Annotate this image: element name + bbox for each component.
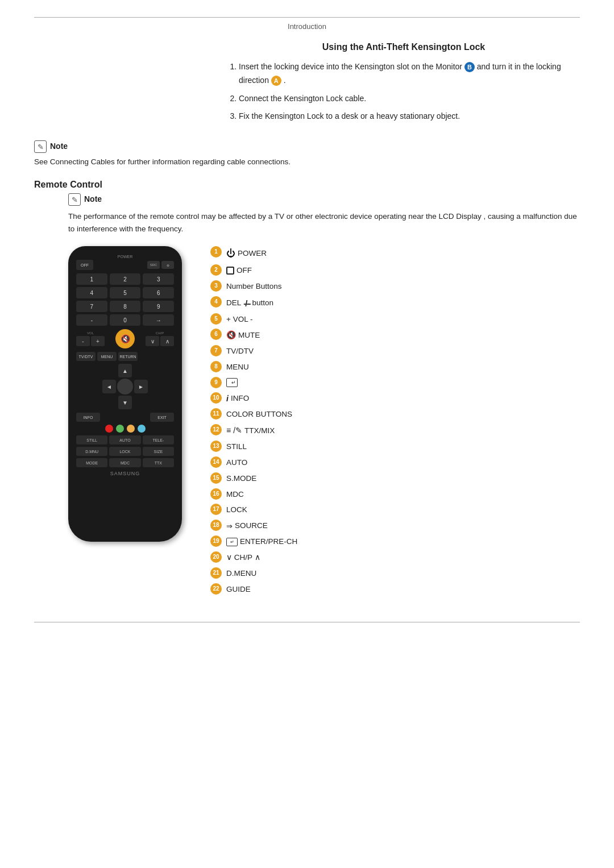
del-dash-icon: -/-- <box>243 297 250 309</box>
vol-minus[interactable]: - <box>76 336 90 346</box>
legend-item-8: 8 MENU <box>210 361 580 373</box>
color-btn-red[interactable] <box>105 425 113 433</box>
legend-item-22: 22 GUIDE <box>210 583 580 595</box>
legend-num-14: 14 <box>210 456 222 468</box>
legend-num-11: 11 <box>210 408 222 420</box>
legend-item-4: 4 DEL -/-- button <box>210 296 580 309</box>
legend-text-9: ↵ <box>226 377 238 387</box>
num-9[interactable]: 9 <box>143 301 174 312</box>
dpad-right[interactable]: ► <box>134 380 148 393</box>
legend-item-1: 1 ⏻ POWER <box>210 246 580 260</box>
small-btns-row2: D.MNU LOCK SIZE <box>76 447 174 456</box>
menu-btn[interactable]: MENU <box>97 352 117 361</box>
color-btn-green[interactable] <box>116 425 124 433</box>
lock-btn-remote[interactable]: LOCK <box>109 447 140 456</box>
remote-control-section: Remote Control ✎ Note The performance of… <box>34 180 580 599</box>
legend-text-14: AUTO <box>226 456 247 468</box>
num-2[interactable]: 2 <box>110 273 141 285</box>
legend-text-17: LOCK <box>226 504 247 516</box>
num-arrow[interactable]: → <box>143 314 174 326</box>
rc-note-icon: ✎ <box>68 193 81 206</box>
step1-text3: . <box>284 76 286 85</box>
legend-num-19: 19 <box>210 535 222 547</box>
legend-text-3: Number Buttons <box>226 280 282 292</box>
info-btn[interactable]: INFO <box>76 413 100 422</box>
legend-item-3: 3 Number Buttons <box>210 280 580 292</box>
legend-item-18: 18 ⇒ SOURCE <box>210 520 580 531</box>
source-btn2[interactable]: ⊕ <box>161 261 174 269</box>
legend-text-12: ≡ /✎ TTX/MIX <box>226 424 275 437</box>
remote-legend-container: POWER OFF SRC ⊕ <box>57 246 580 599</box>
step1-text1: Insert the locking device into the Kensi… <box>239 62 464 71</box>
legend-num-12: 12 <box>210 424 222 435</box>
info-i-icon: i <box>226 393 229 405</box>
mdc-btn-remote[interactable]: MDC <box>109 458 140 467</box>
badge-a: A <box>271 76 281 86</box>
legend-num-6: 6 <box>210 329 222 340</box>
source-btn-top[interactable]: SRC <box>147 261 160 269</box>
ch-up[interactable]: ∧ <box>160 336 174 346</box>
num-4[interactable]: 4 <box>76 287 107 298</box>
legend: 1 ⏻ POWER 2 OFF 3 Number Buttons <box>210 246 580 599</box>
mode-btn[interactable]: MODE <box>76 458 107 467</box>
num-1[interactable]: 1 <box>76 273 107 285</box>
dmenu-btn[interactable]: D.MNU <box>76 447 107 456</box>
legend-text-8: MENU <box>226 361 249 373</box>
legend-num-7: 7 <box>210 345 222 356</box>
dpad-container: ▲ ▼ ◄ ► <box>76 364 174 409</box>
dpad-left[interactable]: ◄ <box>102 380 116 393</box>
note1-icon: ✎ <box>34 140 47 153</box>
legend-text-21: D.MENU <box>226 567 256 579</box>
color-btn-blue[interactable] <box>138 425 146 433</box>
legend-num-17: 17 <box>210 504 222 515</box>
legend-item-7: 7 TV/DTV <box>210 345 580 357</box>
legend-text-18: ⇒ SOURCE <box>226 520 268 531</box>
legend-text-13: STILL <box>226 441 247 452</box>
anti-theft-section: Using the Anti-Theft Kensington Lock Ins… <box>227 42 580 123</box>
off-rect-icon <box>226 267 234 275</box>
still-btn[interactable]: STILL <box>76 435 107 445</box>
legend-text-19: ↵ ENTER/PRE-CH <box>226 535 297 547</box>
dpad-up[interactable]: ▲ <box>118 364 132 377</box>
tele-btn[interactable]: TELE- <box>143 435 174 445</box>
legend-item-10: 10 i INFO <box>210 392 580 405</box>
note1-label: Note <box>50 140 68 151</box>
ttx-icon: ≡ <box>226 425 231 437</box>
legend-text-7: TV/DTV <box>226 345 254 357</box>
num-0[interactable]: 0 <box>110 314 141 326</box>
bottom-rule <box>34 622 580 622</box>
auto-btn[interactable]: AUTO <box>109 435 140 445</box>
anti-theft-steps: Insert the locking device into the Kensi… <box>227 60 580 123</box>
vol-plus[interactable]: + <box>91 336 105 346</box>
legend-text-1: ⏻ POWER <box>226 246 267 260</box>
size-btn[interactable]: SIZE <box>143 447 174 456</box>
num-3[interactable]: 3 <box>143 273 174 285</box>
mix-icon: /✎ <box>233 425 242 437</box>
num-8[interactable]: 8 <box>110 301 141 312</box>
off-btn[interactable]: OFF <box>76 260 93 270</box>
section-label: Introduction <box>34 22 580 31</box>
ch-down[interactable]: ∨ <box>146 336 159 346</box>
num-del[interactable]: - <box>76 314 107 326</box>
num-5[interactable]: 5 <box>110 287 141 298</box>
return-icon: ↵ <box>226 378 238 387</box>
legend-num-21: 21 <box>210 567 222 579</box>
color-btn-yellow[interactable] <box>127 425 135 433</box>
return-btn[interactable]: RETURN <box>118 352 138 361</box>
legend-item-14: 14 AUTO <box>210 456 580 468</box>
ttx-btn[interactable]: TTX <box>143 458 174 467</box>
legend-text-22: GUIDE <box>226 583 251 595</box>
dpad-center[interactable] <box>117 379 133 394</box>
remote-image: POWER OFF SRC ⊕ <box>57 246 193 542</box>
dpad-down[interactable]: ▼ <box>118 396 132 409</box>
num-6[interactable]: 6 <box>143 287 174 298</box>
exit-btn[interactable]: EXIT <box>150 413 174 422</box>
note1-text: See Connecting Cables for further inform… <box>34 157 580 166</box>
mute-btn[interactable]: 🔇 <box>115 329 135 348</box>
page-container: Introduction Using the Anti-Theft Kensin… <box>0 0 614 645</box>
tv-dtv-btn[interactable]: TV/DTV <box>76 352 96 361</box>
legend-text-16: MDC <box>226 488 244 500</box>
legend-text-4: DEL -/-- button <box>226 296 273 309</box>
remote-body: POWER OFF SRC ⊕ <box>68 246 182 542</box>
num-7[interactable]: 7 <box>76 301 107 312</box>
